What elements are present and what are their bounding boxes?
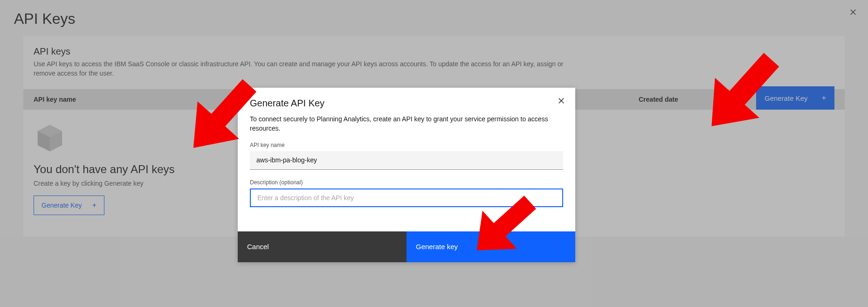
api-key-description-label: Description (optional) <box>250 179 563 186</box>
modal-header: Generate API Key <box>238 88 575 113</box>
modal-close-button[interactable] <box>556 95 567 106</box>
cancel-button[interactable]: Cancel <box>238 231 406 262</box>
api-key-description-field: Description (optional) <box>238 176 575 207</box>
api-key-name-input[interactable] <box>250 151 563 170</box>
api-key-name-field: API key name <box>238 139 575 170</box>
close-icon <box>558 98 565 104</box>
modal-description: To connect securely to Planning Analytic… <box>238 113 575 139</box>
modal-actions: Cancel Generate key <box>238 231 575 262</box>
api-key-name-label: API key name <box>250 142 563 148</box>
api-key-description-input[interactable] <box>250 188 563 207</box>
generate-key-button[interactable]: Generate key <box>406 231 575 262</box>
generate-api-key-modal: Generate API Key To connect securely to … <box>238 88 575 262</box>
modal-title: Generate API Key <box>250 98 563 109</box>
